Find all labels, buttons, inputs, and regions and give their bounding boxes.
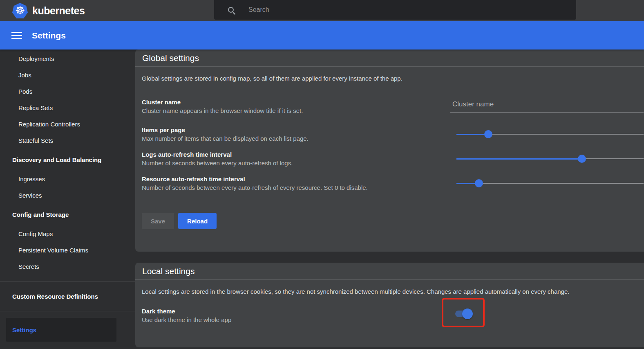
- cluster-name-label: Cluster name: [142, 99, 450, 106]
- sidebar-section-discovery-load-balancing: Discovery and Load Balancing: [0, 151, 135, 168]
- global-settings-title: Global settings: [135, 50, 644, 67]
- resource-autorefresh-slider[interactable]: [456, 179, 644, 187]
- dark-theme-toggle[interactable]: [455, 311, 472, 317]
- cluster-name-row: Cluster name Cluster name appears in the…: [142, 97, 644, 115]
- slider-track: [456, 183, 644, 184]
- red-annotation-box: [442, 298, 485, 327]
- sidebar-divider: [0, 281, 135, 281]
- items-per-page-description: Max number of items that can be displaye…: [142, 135, 450, 142]
- sidebar-section-custom-resource-definitions[interactable]: Custom Resource Definitions: [0, 288, 135, 304]
- cluster-name-description: Cluster name appears in the browser wind…: [142, 107, 450, 114]
- sidebar-item-jobs[interactable]: Jobs: [0, 67, 135, 83]
- sidebar-item-services[interactable]: Services: [0, 187, 135, 203]
- items-per-page-row: Items per page Max number of items that …: [142, 125, 644, 143]
- local-settings-description: Local settings are stored in the browser…: [142, 288, 644, 295]
- app-bar: Settings: [0, 21, 644, 50]
- global-settings-card: Global settings Global settings are stor…: [135, 50, 644, 252]
- sidebar-item-ingresses[interactable]: Ingresses: [0, 171, 135, 187]
- items-per-page-slider[interactable]: [456, 130, 644, 138]
- items-per-page-label: Items per page: [142, 126, 450, 133]
- search-input[interactable]: [248, 6, 534, 14]
- global-settings-description: Global settings are stored in config map…: [142, 75, 644, 82]
- logs-autorefresh-label: Logs auto-refresh time interval: [142, 151, 450, 158]
- resource-autorefresh-description: Number of seconds between every auto-ref…: [142, 184, 450, 191]
- resource-autorefresh-label: Resource auto-refresh time interval: [142, 176, 450, 182]
- slider-fill: [456, 158, 582, 160]
- kubernetes-logo-icon: ☸: [12, 3, 28, 18]
- sidebar-item-persistent-volume-claims[interactable]: Persistent Volume Claims: [0, 242, 135, 258]
- search-box[interactable]: [214, 0, 576, 20]
- save-button[interactable]: Save: [142, 213, 174, 229]
- logs-autorefresh-description: Number of seconds between every auto-ref…: [142, 160, 450, 167]
- sidebar-section-config-and-storage: Config and Storage: [0, 206, 135, 223]
- top-bar: ☸ kubernetes: [0, 0, 644, 21]
- slider-thumb[interactable]: [475, 179, 483, 187]
- local-settings-card: Local settings Local settings are stored…: [135, 263, 644, 347]
- toggle-thumb[interactable]: [462, 308, 473, 319]
- kubernetes-brand[interactable]: ☸ kubernetes: [12, 3, 85, 18]
- slider-fill: [456, 134, 488, 135]
- slider-thumb[interactable]: [484, 130, 492, 138]
- reload-button[interactable]: Reload: [178, 213, 217, 229]
- dark-theme-label: Dark theme: [142, 308, 450, 315]
- sidebar-item-replica-sets[interactable]: Replica Sets: [0, 99, 135, 116]
- sidebar-item-replication-controllers[interactable]: Replication Controllers: [0, 116, 135, 132]
- main-content: Global settings Global settings are stor…: [135, 50, 644, 349]
- cluster-name-input[interactable]: [450, 100, 644, 113]
- slider-thumb[interactable]: [578, 155, 586, 163]
- page-title: Settings: [32, 31, 66, 41]
- logs-autorefresh-row: Logs auto-refresh time interval Number o…: [142, 150, 644, 168]
- sidebar-nav: Deployments Jobs Pods Replica Sets Repli…: [0, 50, 135, 349]
- sidebar-divider: [0, 311, 135, 311]
- resource-autorefresh-row: Resource auto-refresh time interval Numb…: [142, 174, 644, 192]
- brand-name: kubernetes: [32, 5, 85, 17]
- sidebar-item-stateful-sets[interactable]: Stateful Sets: [0, 132, 135, 149]
- sidebar-item-deployments[interactable]: Deployments: [0, 50, 135, 67]
- menu-hamburger-icon[interactable]: [11, 32, 22, 39]
- dark-theme-row: Dark theme Use dark theme in the whole a…: [142, 306, 644, 324]
- logs-autorefresh-slider[interactable]: [456, 155, 644, 163]
- local-settings-title: Local settings: [135, 263, 644, 280]
- dark-theme-description: Use dark theme in the whole app: [142, 316, 450, 323]
- search-icon: [228, 7, 234, 13]
- sidebar-item-config-maps[interactable]: Config Maps: [0, 225, 135, 242]
- sidebar-item-settings-active[interactable]: Settings: [6, 318, 116, 342]
- sidebar-item-pods[interactable]: Pods: [0, 83, 135, 99]
- sidebar-item-secrets[interactable]: Secrets: [0, 258, 135, 275]
